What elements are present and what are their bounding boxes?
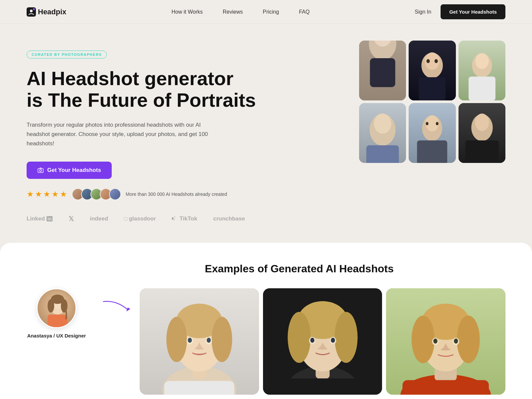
proof-text: More than 300 000 AI Headshots already c… [126,192,227,197]
svg-point-70 [412,316,435,363]
navbar: Headpix How it Works Reviews Pricing FAQ… [0,0,532,24]
avatar-group [72,188,121,200]
brand-linkedin: Linkedin [27,215,53,222]
svg-point-71 [457,316,480,363]
svg-point-47 [211,317,232,362]
nav-cta-button[interactable]: Get Your Headshots [441,4,505,19]
examples-row: Anastasya / UX Designer [27,288,505,395]
person-name: Anastasya / UX Designer [27,333,86,338]
svg-rect-64 [284,378,362,395]
hero-left: CURATED BY PHOTOGRAPHERS AI Headshot gen… [27,44,339,223]
svg-point-62 [310,338,314,343]
svg-point-46 [166,317,187,362]
nav-pricing[interactable]: Pricing [263,9,279,15]
svg-point-37 [48,299,54,313]
svg-point-63 [331,338,335,343]
svg-point-51 [207,338,211,343]
svg-point-21 [374,113,391,134]
hero-section: CURATED BY PHOTOGRAPHERS AI Headshot gen… [0,24,532,239]
examples-title: Examples of Generated AI Headshots [93,263,505,275]
svg-point-13 [427,59,430,63]
svg-rect-32 [465,140,499,163]
hero-image-1 [359,41,406,100]
nav-faq[interactable]: FAQ [299,9,310,15]
example-person: Anastasya / UX Designer [27,288,86,338]
svg-point-1 [30,10,33,12]
generated-photo-3 [386,288,505,395]
svg-rect-22 [366,145,399,163]
avatar [109,188,121,200]
svg-point-58 [288,312,311,363]
hero-description: Transform your regular photos into profe… [27,120,213,148]
brand-indeed: indeed [90,215,108,222]
generated-photo-1 [140,288,259,395]
svg-point-27 [426,122,429,125]
brand-crunchbase: crunchbase [213,215,245,222]
svg-rect-26 [417,140,448,163]
hero-image-3 [459,41,505,100]
svg-point-31 [475,113,489,131]
hero-image-6 [459,103,505,163]
svg-marker-40 [126,308,130,312]
hero-images [359,41,505,163]
svg-point-4 [40,170,42,172]
hero-cta-button[interactable]: Get Your Headshots [27,162,112,179]
svg-point-74 [434,338,438,343]
hero-image-5 [409,103,456,163]
sign-in-button[interactable]: Sign In [415,9,431,15]
examples-section: Examples of Generated AI Headshots [0,243,532,399]
nav-links: How it Works Reviews Pricing FAQ [172,9,310,15]
generated-photo-2 [263,288,382,395]
arrow-indicator [100,298,133,315]
camera-icon [37,167,44,174]
brand-tiktok: TikTok [172,215,197,222]
star-rating: ★ ★ ★ ★ ★ [27,190,67,199]
nav-reviews[interactable]: Reviews [223,9,243,15]
person-avatar [37,288,76,328]
svg-rect-3 [38,169,43,173]
brand-glassdoor: □ glassdoor [124,215,156,222]
generated-photos [140,288,505,395]
svg-point-50 [188,338,192,343]
logo[interactable]: Headpix [27,7,66,17]
brand-logos: Linkedin 𝕏 indeed □ glassdoor TikTok cru… [27,215,339,223]
hero-title: AI Headshot generator is The Future of P… [27,68,339,111]
svg-point-59 [334,312,357,363]
svg-point-14 [435,59,438,63]
svg-rect-76 [403,380,489,395]
svg-rect-39 [48,315,67,328]
brand-x: 𝕏 [68,215,74,223]
svg-point-28 [436,122,439,125]
logo-icon [27,7,36,17]
social-proof: ★ ★ ★ ★ ★ More than 300 000 AI Headshots… [27,188,339,200]
svg-point-17 [475,53,488,69]
nav-how-it-works[interactable]: How it Works [172,9,203,15]
hero-image-4 [359,103,406,163]
hero-badge: CURATED BY PHOTOGRAPHERS [27,51,107,59]
svg-rect-18 [468,76,495,100]
svg-rect-12 [419,77,446,100]
hero-image-2 [409,41,456,100]
nav-right: Sign In Get Your Headshots [415,4,505,19]
svg-point-75 [454,338,458,343]
svg-rect-52 [164,381,234,395]
svg-rect-8 [370,58,395,87]
